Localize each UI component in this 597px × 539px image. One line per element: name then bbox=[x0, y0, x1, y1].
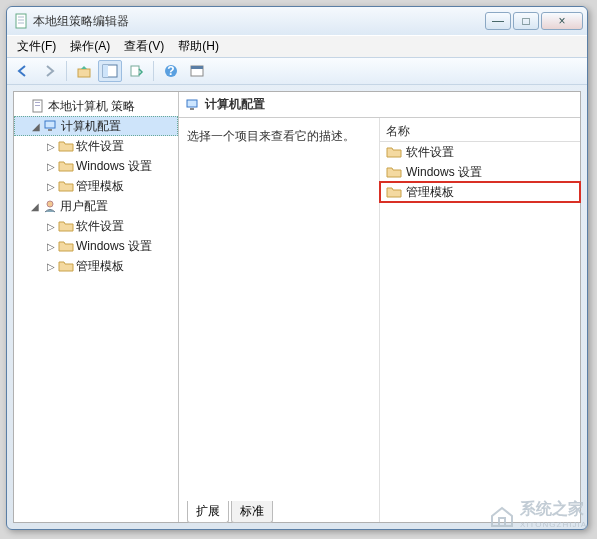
expand-icon[interactable]: ▷ bbox=[44, 141, 58, 152]
expand-icon[interactable]: ▷ bbox=[44, 261, 58, 272]
toolbar-separator bbox=[153, 61, 154, 81]
menu-view[interactable]: 查看(V) bbox=[118, 36, 170, 57]
titlebar[interactable]: 本地组策略编辑器 — □ × bbox=[7, 7, 587, 35]
tree-label: 用户配置 bbox=[60, 198, 108, 215]
tree-label: 软件设置 bbox=[76, 138, 124, 155]
expand-icon[interactable]: ▷ bbox=[44, 241, 58, 252]
svg-rect-6 bbox=[103, 65, 108, 77]
list-item-admin-templates[interactable]: 管理模板 bbox=[380, 182, 580, 202]
list-item-label: 管理模板 bbox=[406, 184, 454, 201]
menubar: 文件(F) 操作(A) 查看(V) 帮助(H) bbox=[7, 35, 587, 57]
tree-pane[interactable]: 本地计算机 策略 ◢ 计算机配置 ▷ 软件设置 ▷ Windows 设置 ▷ 管… bbox=[14, 92, 179, 522]
details-pane: 计算机配置 选择一个项目来查看它的描述。 名称 软件设置 Windows 设置 bbox=[179, 92, 580, 522]
tree-cc-admin[interactable]: ▷ 管理模板 bbox=[14, 176, 178, 196]
tree-uc-software[interactable]: ▷ 软件设置 bbox=[14, 216, 178, 236]
tree-label: 计算机配置 bbox=[61, 118, 121, 135]
tree-user-config[interactable]: ◢ 用户配置 bbox=[14, 196, 178, 216]
svg-rect-15 bbox=[45, 121, 55, 128]
svg-rect-14 bbox=[35, 105, 40, 106]
tree-label: Windows 设置 bbox=[76, 158, 152, 175]
view-tabs: 扩展 标准 bbox=[179, 502, 275, 522]
maximize-button[interactable]: □ bbox=[513, 12, 539, 30]
menu-file[interactable]: 文件(F) bbox=[11, 36, 62, 57]
close-button[interactable]: × bbox=[541, 12, 583, 30]
computer-icon bbox=[185, 98, 201, 112]
up-button[interactable] bbox=[72, 60, 96, 82]
collapse-icon[interactable]: ◢ bbox=[29, 121, 43, 132]
folder-icon bbox=[58, 179, 74, 193]
folder-icon bbox=[58, 259, 74, 273]
svg-text:?: ? bbox=[167, 64, 174, 78]
list-header-name[interactable]: 名称 bbox=[380, 122, 580, 142]
description-text: 选择一个项目来查看它的描述。 bbox=[187, 129, 355, 143]
properties-button[interactable] bbox=[185, 60, 209, 82]
folder-icon bbox=[58, 139, 74, 153]
menu-help[interactable]: 帮助(H) bbox=[172, 36, 225, 57]
expand-icon[interactable]: ▷ bbox=[44, 221, 58, 232]
back-button[interactable] bbox=[11, 60, 35, 82]
list-item[interactable]: 软件设置 bbox=[380, 142, 580, 162]
tree-uc-windows[interactable]: ▷ Windows 设置 bbox=[14, 236, 178, 256]
details-content: 选择一个项目来查看它的描述。 名称 软件设置 Windows 设置 管理模板 bbox=[179, 118, 580, 522]
tree-label: 管理模板 bbox=[76, 258, 124, 275]
folder-icon bbox=[386, 145, 402, 159]
list-item-label: Windows 设置 bbox=[406, 164, 482, 181]
folder-icon bbox=[58, 239, 74, 253]
list-item-label: 软件设置 bbox=[406, 144, 454, 161]
folder-icon bbox=[386, 165, 402, 179]
tree-label: 本地计算机 策略 bbox=[48, 98, 135, 115]
svg-rect-13 bbox=[35, 102, 40, 103]
tree-cc-windows[interactable]: ▷ Windows 设置 bbox=[14, 156, 178, 176]
toolbar-separator bbox=[66, 61, 67, 81]
user-icon bbox=[42, 199, 58, 213]
details-heading: 计算机配置 bbox=[179, 92, 580, 118]
export-button[interactable] bbox=[124, 60, 148, 82]
menu-action[interactable]: 操作(A) bbox=[64, 36, 116, 57]
svg-rect-19 bbox=[190, 108, 194, 110]
forward-button[interactable] bbox=[37, 60, 61, 82]
folder-icon bbox=[58, 219, 74, 233]
tree-uc-admin[interactable]: ▷ 管理模板 bbox=[14, 256, 178, 276]
svg-rect-16 bbox=[48, 129, 52, 131]
svg-rect-7 bbox=[131, 66, 139, 76]
window-controls: — □ × bbox=[485, 12, 583, 30]
tree-label: 管理模板 bbox=[76, 178, 124, 195]
svg-rect-4 bbox=[78, 69, 90, 77]
expand-icon[interactable]: ▷ bbox=[44, 161, 58, 172]
svg-rect-0 bbox=[16, 14, 26, 28]
folder-icon bbox=[386, 185, 402, 199]
policy-icon bbox=[30, 99, 46, 113]
heading-text: 计算机配置 bbox=[205, 96, 265, 113]
expand-icon[interactable]: ▷ bbox=[44, 181, 58, 192]
window-frame: 本地组策略编辑器 — □ × 文件(F) 操作(A) 查看(V) 帮助(H) ?… bbox=[6, 6, 588, 530]
tree-label: Windows 设置 bbox=[76, 238, 152, 255]
tree-root[interactable]: 本地计算机 策略 bbox=[14, 96, 178, 116]
item-list[interactable]: 名称 软件设置 Windows 设置 管理模板 bbox=[379, 118, 580, 522]
description-panel: 选择一个项目来查看它的描述。 bbox=[179, 118, 379, 522]
svg-point-17 bbox=[47, 201, 53, 207]
svg-rect-11 bbox=[191, 66, 203, 69]
tab-standard[interactable]: 标准 bbox=[231, 501, 273, 523]
folder-icon bbox=[58, 159, 74, 173]
tree-cc-software[interactable]: ▷ 软件设置 bbox=[14, 136, 178, 156]
tree-computer-config[interactable]: ◢ 计算机配置 bbox=[14, 116, 178, 136]
toolbar: ? bbox=[7, 57, 587, 85]
svg-rect-18 bbox=[187, 100, 197, 107]
window-title: 本地组策略编辑器 bbox=[33, 13, 485, 30]
help-button[interactable]: ? bbox=[159, 60, 183, 82]
client-area: 本地计算机 策略 ◢ 计算机配置 ▷ 软件设置 ▷ Windows 设置 ▷ 管… bbox=[13, 91, 581, 523]
tab-extended[interactable]: 扩展 bbox=[187, 501, 229, 523]
app-icon bbox=[13, 13, 29, 29]
minimize-button[interactable]: — bbox=[485, 12, 511, 30]
computer-icon bbox=[43, 119, 59, 133]
collapse-icon[interactable]: ◢ bbox=[28, 201, 42, 212]
tree-label: 软件设置 bbox=[76, 218, 124, 235]
list-item[interactable]: Windows 设置 bbox=[380, 162, 580, 182]
show-tree-button[interactable] bbox=[98, 60, 122, 82]
